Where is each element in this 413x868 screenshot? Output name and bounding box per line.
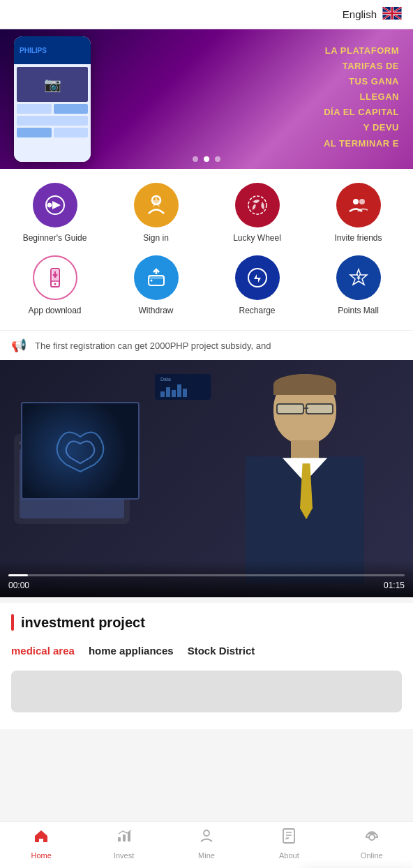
phone-block bbox=[17, 104, 52, 114]
grid-item-sign-in[interactable]: Sign in bbox=[108, 183, 204, 244]
tab-home-appliances[interactable]: home appliances bbox=[89, 642, 174, 659]
grid-item-points-mall[interactable]: ¥ Points Mall bbox=[310, 255, 406, 317]
hero-banner: PHILIPS 📷 LA PLATAFORM TARIFAS DE TUS GA… bbox=[0, 29, 413, 169]
grid-item-beginners-guide[interactable]: Beginner's Guide bbox=[7, 183, 103, 244]
withdraw-label: Withdraw bbox=[138, 306, 173, 317]
dot-3[interactable] bbox=[215, 156, 220, 162]
video-data-panels: Data bbox=[155, 374, 211, 400]
svg-point-26 bbox=[54, 283, 56, 285]
tab-medical-area[interactable]: medical area bbox=[11, 642, 75, 659]
language-selector[interactable]: English bbox=[343, 7, 402, 22]
sign-in-icon bbox=[134, 183, 179, 227]
video-time-display: 00:00 01:15 bbox=[8, 581, 405, 590]
app-download-label: App download bbox=[28, 306, 81, 317]
video-progress-fill bbox=[8, 574, 28, 576]
dot-2[interactable] bbox=[204, 156, 209, 162]
video-total-time: 01:15 bbox=[384, 581, 405, 590]
sign-in-label: Sign in bbox=[143, 233, 169, 244]
dot-1[interactable] bbox=[193, 156, 198, 162]
investment-card bbox=[11, 671, 402, 712]
announcement-text: The first registration can get 2000PHP p… bbox=[35, 341, 271, 351]
phone-block bbox=[17, 116, 88, 126]
video-screen bbox=[21, 402, 140, 500]
beginners-guide-label: Beginner's Guide bbox=[23, 233, 87, 244]
announcement-bar: 📢 The first registration can get 2000PHP… bbox=[0, 330, 413, 360]
app-download-icon bbox=[33, 255, 77, 300]
svg-point-23 bbox=[359, 199, 365, 204]
svg-text:¥: ¥ bbox=[356, 274, 361, 281]
feature-grid: Beginner's Guide Sign in Lucky Wheel Inv… bbox=[0, 169, 413, 330]
language-header: English bbox=[0, 0, 413, 29]
beginners-guide-icon bbox=[33, 183, 77, 227]
svg-rect-28 bbox=[149, 276, 164, 279]
lucky-wheel-icon bbox=[235, 183, 280, 227]
video-current-time: 00:00 bbox=[8, 581, 29, 590]
category-tabs: medical area home appliances Stock Distr… bbox=[11, 642, 402, 659]
svg-point-29 bbox=[150, 279, 152, 281]
announcement-icon: 📢 bbox=[11, 338, 27, 353]
video-person-figure bbox=[218, 360, 392, 583]
lang-selected-label: English bbox=[343, 8, 377, 20]
grid-item-invite-friends[interactable]: Invite friends bbox=[310, 183, 406, 244]
phone-logo: PHILIPS bbox=[20, 47, 47, 54]
investment-title-text: investment project bbox=[21, 615, 145, 631]
phone-block bbox=[54, 104, 89, 114]
tab-stock-district[interactable]: Stock District bbox=[188, 642, 255, 659]
grid-item-recharge[interactable]: Recharge bbox=[209, 255, 305, 317]
svg-point-22 bbox=[353, 199, 359, 204]
title-accent-bar bbox=[11, 614, 14, 631]
lucky-wheel-label: Lucky Wheel bbox=[233, 233, 281, 244]
phone-block bbox=[54, 128, 89, 137]
invite-friends-icon bbox=[336, 183, 381, 227]
phone-image-block: 📷 bbox=[17, 67, 88, 102]
grid-item-lucky-wheel[interactable]: Lucky Wheel bbox=[209, 183, 305, 244]
grid-item-app-download[interactable]: App download bbox=[7, 255, 103, 317]
recharge-icon bbox=[235, 255, 280, 300]
video-progress-bg[interactable] bbox=[8, 574, 405, 576]
flag-uk-icon bbox=[382, 7, 402, 22]
phone-mockup: PHILIPS 📷 bbox=[14, 36, 91, 162]
svg-point-18 bbox=[47, 203, 52, 207]
points-mall-icon: ¥ bbox=[336, 255, 381, 300]
phone-block bbox=[17, 128, 52, 137]
points-mall-label: Points Mall bbox=[338, 306, 379, 317]
banner-text: LA PLATAFORM TARIFAS DE TUS GANA LLEGAN … bbox=[324, 43, 399, 151]
withdraw-icon bbox=[134, 255, 179, 300]
grid-item-withdraw[interactable]: Withdraw bbox=[108, 255, 204, 317]
video-controls: 00:00 01:15 bbox=[0, 560, 413, 597]
banner-dots bbox=[193, 156, 220, 162]
video-section[interactable]: medical imaging ⬤ ultrasound bbox=[0, 360, 413, 597]
svg-marker-17 bbox=[52, 201, 61, 209]
investment-section: investment project medical area home app… bbox=[0, 603, 413, 729]
recharge-label: Recharge bbox=[239, 306, 275, 317]
invite-friends-label: Invite friends bbox=[334, 233, 382, 244]
investment-title-row: investment project bbox=[11, 614, 402, 631]
